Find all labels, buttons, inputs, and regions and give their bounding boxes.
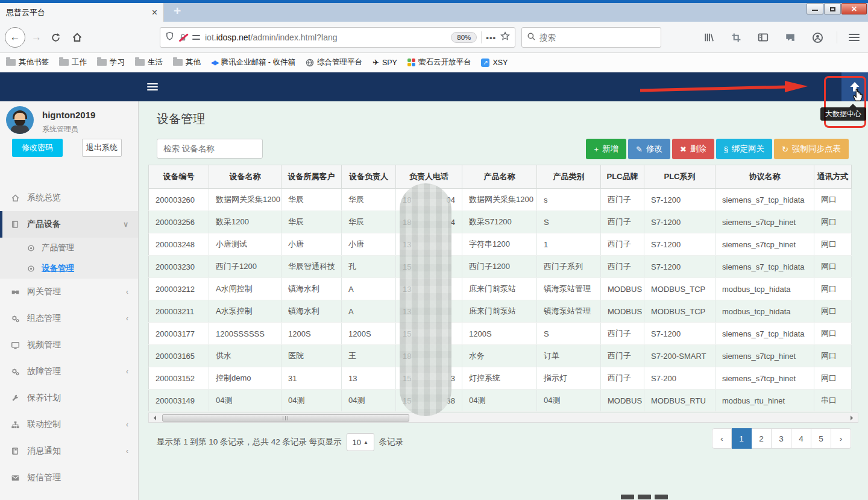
sidebar-item-产品设备[interactable]: 产品设备∨ (0, 211, 138, 238)
device-search-input[interactable] (157, 139, 263, 159)
page-button-4[interactable]: 4 (791, 428, 811, 449)
screenshot-icon[interactable] (728, 30, 744, 45)
sidebar-item-设备管理[interactable]: 设备管理 (0, 258, 138, 279)
sidebar-item-视频管理[interactable]: 视频管理 (0, 332, 138, 358)
page-size-select[interactable]: 10▲ (347, 433, 374, 451)
table-cell: 订单 (537, 345, 601, 367)
minimize-button[interactable] (807, 3, 823, 14)
library-icon[interactable] (701, 30, 717, 45)
reload-button[interactable] (48, 30, 63, 45)
scroll-right-arrow[interactable] (848, 413, 858, 422)
table-row[interactable]: 200003211A水泵控制镇海水利A13庶来门前泵站镇海泵站管理MODBUSM… (149, 300, 852, 323)
sidebar-collapse-icon[interactable] (147, 83, 158, 90)
table-row[interactable]: 200003260数据网关采集1200华辰华辰1804数据网关采集1200s西门… (149, 189, 852, 211)
new-tab-button[interactable]: + (174, 4, 181, 18)
button-label: 绑定网关 (732, 144, 764, 154)
table-row[interactable]: 200003248小唐测试小唐小唐13字符串12001西门子S7-1200sie… (149, 233, 852, 256)
sidebar-item-消息通知[interactable]: 消息通知‹ (0, 438, 138, 464)
page-button-5[interactable]: 5 (811, 428, 831, 449)
bookmark-item[interactable]: 综合管理平台 (306, 57, 362, 68)
table-row[interactable]: 2000031771200SSSSSS1200S1200S151200SS西门子… (149, 323, 852, 345)
restore-button[interactable] (824, 3, 841, 14)
table-row[interactable]: 200003212A水闸控制镇海水利A13庶来门前泵站镇海泵站管理MODBUSM… (149, 278, 852, 300)
page-button-2[interactable]: 2 (752, 428, 772, 449)
avatar[interactable] (6, 106, 34, 134)
bookmark-label: 萤石云开放平台 (418, 57, 471, 68)
product-icon (10, 220, 20, 229)
menu-hamburger-icon[interactable] (849, 34, 860, 41)
sidebar-item-系统总览[interactable]: 系统总览 (0, 185, 138, 211)
table-row[interactable]: 200003256数采1200华辰华辰184数采S71200S西门子S7-120… (149, 211, 852, 233)
browser-toolbar: ← → iot.idosp.net/admin/index.html?lang … (0, 22, 868, 53)
bookmark-item[interactable]: 萤石云开放平台 (407, 57, 471, 68)
page-next-button[interactable]: › (831, 428, 851, 449)
url-bar[interactable]: iot.idosp.net/admin/index.html?lang 80% … (160, 27, 515, 48)
bookmark-item[interactable]: ✈SPY (373, 58, 397, 67)
bookmark-label: XSY (492, 59, 508, 67)
bookmark-item[interactable]: ↗XSY (481, 59, 508, 67)
sidebar-item-短信管理[interactable]: 短信管理 (0, 464, 138, 491)
sidebar-toggle-icon[interactable] (755, 30, 771, 45)
tab-close-icon[interactable]: × (152, 8, 157, 17)
page-actions-icon[interactable]: ••• (486, 33, 496, 42)
table-header-cell[interactable]: PLC系列 (644, 165, 715, 189)
新增-button[interactable]: +新增 (586, 139, 626, 159)
sidebar-item-label: 视频管理 (27, 340, 61, 350)
删除-button[interactable]: ✖删除 (672, 139, 714, 159)
logout-button[interactable]: 退出系统 (82, 139, 122, 157)
sidebar-item-组态管理[interactable]: 组态管理‹ (0, 305, 138, 332)
修改-button[interactable]: ✎修改 (628, 139, 670, 159)
table-row[interactable]: 200003152控制demo3113153灯控系统指示灯西门子S7-200si… (149, 367, 852, 390)
pocket-chat-icon[interactable] (782, 30, 798, 45)
page-prev-button[interactable]: ‹ (712, 428, 732, 449)
bookmark-item[interactable]: 其他书签 (6, 57, 49, 68)
绑定网关-button[interactable]: §绑定网关 (716, 139, 772, 159)
sidebar-item-保养计划[interactable]: 保养计划 (0, 385, 138, 411)
table-header-cell[interactable]: 协议名称 (715, 165, 814, 189)
table-header-cell[interactable]: 通讯方式 (814, 165, 852, 189)
table-header-cell[interactable]: 设备编号 (149, 165, 209, 189)
bookmark-item[interactable]: 工作 (59, 57, 87, 68)
browser-tab[interactable]: 思普云平台 × (0, 3, 164, 22)
page-button-3[interactable]: 3 (772, 428, 791, 449)
browser-search-input[interactable] (539, 33, 636, 42)
horizontal-scrollbar[interactable] (148, 413, 858, 423)
permissions-icon[interactable] (192, 34, 201, 40)
sidebar-item-故障管理[interactable]: 故障管理‹ (0, 358, 138, 385)
shield-icon[interactable] (165, 31, 174, 43)
table-header-cell[interactable]: 设备负责人 (342, 165, 396, 189)
back-button[interactable]: ← (5, 27, 25, 48)
bookmark-item[interactable]: 其他 (173, 57, 201, 68)
table-header-cell[interactable]: PLC品牌 (601, 165, 644, 189)
强制同步点表-button[interactable]: ↻强制同步点表 (774, 139, 849, 159)
change-password-button[interactable]: 修改密码 (12, 139, 63, 157)
table-row[interactable]: 200003165供水医院王18水务订单西门子S7-200-SMARTsieme… (149, 345, 852, 367)
table-header-cell[interactable]: 设备名称 (209, 165, 281, 189)
sidebar-item-联动控制[interactable]: 联动控制‹ (0, 411, 138, 438)
browser-search-bar[interactable] (521, 27, 661, 48)
scroll-left-arrow[interactable] (149, 413, 159, 422)
zoom-level-badge[interactable]: 80% (451, 32, 477, 43)
table-row[interactable]: 20000314904测04测04测153804测04测MODBUSMODBUS… (149, 390, 852, 412)
sidebar-item-label: 联动控制 (27, 419, 61, 430)
home-button[interactable] (69, 30, 85, 45)
sidebar-item-产品管理[interactable]: 产品管理 (0, 238, 138, 258)
scrollbar-thumb[interactable] (162, 414, 409, 422)
close-button[interactable]: ✕ (841, 3, 867, 14)
sidebar-item-label: 系统总览 (27, 192, 61, 203)
table-header-cell[interactable]: 设备所属客户 (281, 165, 342, 189)
sidebar-item-网关管理[interactable]: 网关管理‹ (0, 279, 138, 305)
table-cell: A (342, 278, 396, 300)
bookmark-item[interactable]: 学习 (97, 57, 125, 68)
table-header-cell[interactable]: 产品类别 (537, 165, 601, 189)
bookmark-item[interactable]: ◀▶腾讯企业邮箱 - 收件箱 (211, 57, 295, 68)
table-row[interactable]: 200003230西门子1200华辰智通科技孔15西门子1200西门子系列西门子… (149, 256, 852, 278)
forward-button[interactable]: → (31, 31, 42, 43)
bookmark-label: 工作 (72, 57, 87, 68)
insecure-lock-icon[interactable] (178, 33, 188, 42)
bookmark-item[interactable]: 生活 (135, 57, 163, 68)
bookmark-star-icon[interactable] (500, 31, 510, 43)
page-button-1[interactable]: 1 (732, 428, 752, 449)
account-icon[interactable] (810, 30, 825, 45)
table-header-cell[interactable]: 产品名称 (462, 165, 537, 189)
